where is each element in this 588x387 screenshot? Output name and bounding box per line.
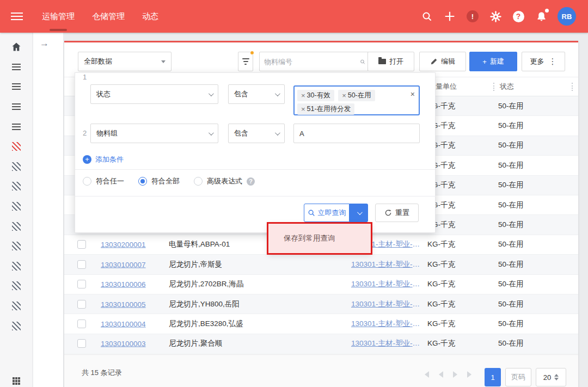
divider [75,196,436,196]
home-icon[interactable] [0,37,32,57]
material-category-link[interactable]: 130301-主材-塑业-P... [351,279,422,289]
material-id-link[interactable]: 13030100007 [101,260,146,268]
column-header-status[interactable]: 状态 [500,77,514,96]
column-resize-handle[interactable] [572,83,573,91]
remove-tag-icon[interactable]: × [301,91,305,100]
view-filter-select[interactable]: 全部数据 [78,52,171,71]
radio-circle [194,177,203,186]
remove-tag-icon[interactable]: × [342,91,346,100]
module-icon[interactable] [0,196,32,217]
table-row[interactable]: 13030100005 尼龙切片,YH800,岳阳 130301-主材-塑业-P… [64,294,578,314]
material-category-link[interactable]: 130301-主材-塑业-P... [351,319,422,329]
page-number-input[interactable]: 页码 [505,368,531,386]
nav-warehouse-management[interactable]: 仓储管理 [92,1,125,33]
reset-button[interactable]: 重置 [375,204,419,222]
filter-active-dot [250,51,254,55]
condition-operator-select[interactable]: 包含 [228,124,285,143]
search-input[interactable] [264,58,360,66]
search-field [259,52,370,71]
radio-advanced-expression[interactable]: 高级表达式 [194,176,242,186]
last-page-icon[interactable] [467,371,471,378]
material-id-link[interactable]: 13030100003 [101,340,146,348]
hamburger-menu-icon[interactable] [11,13,23,20]
material-status: 50-在用 [498,161,524,170]
query-dropdown-button[interactable] [350,204,368,222]
material-id-link[interactable]: 13030100006 [101,280,146,288]
next-page-icon[interactable] [453,371,457,378]
column-header-unit[interactable]: 量单位 [436,77,457,96]
open-button[interactable]: 打开 [367,52,414,71]
module-icon[interactable] [0,157,32,177]
notifications-bell-icon[interactable] [535,10,548,23]
search-icon[interactable] [360,57,365,66]
menu-list-icon[interactable] [0,116,32,137]
module-icon[interactable] [0,176,32,196]
material-status: 50-在用 [498,200,524,210]
first-page-icon[interactable] [425,371,429,378]
row-checkbox[interactable] [77,300,86,309]
nav-dynamics[interactable]: 动态 [142,1,158,33]
apps-grid-icon[interactable] [13,377,15,379]
reset-button-label: 重置 [395,208,409,218]
create-button[interactable]: + 新建 [469,52,517,71]
prev-page-icon[interactable] [439,371,443,378]
module-icon[interactable] [0,276,32,296]
help-icon[interactable]: ? [512,10,525,23]
column-resize-handle[interactable] [493,83,494,91]
edit-button[interactable]: 编辑 [419,52,466,71]
material-id-link[interactable]: 13030100005 [101,300,146,308]
module-icon[interactable] [0,236,32,256]
more-button[interactable]: 更多 ⋮ [522,52,565,71]
help-badge-icon[interactable]: ? [247,177,255,186]
plus-icon: + [482,58,487,66]
alert-icon[interactable]: ! [466,10,479,23]
condition-value-multiselect[interactable]: × 30-有效 × 50-在用 × 51-在用待分发 × [293,85,420,115]
row-checkbox[interactable] [77,320,86,328]
search-icon[interactable] [420,10,433,23]
query-button-label: 立即查询 [318,208,346,218]
module-icon[interactable] [0,296,32,316]
condition-field-select[interactable]: 状态 [90,84,218,104]
module-icon[interactable] [0,256,32,277]
condition-value-input[interactable] [293,124,420,143]
menu-list-icon[interactable] [0,97,32,117]
table-row[interactable]: 13030100004 尼龙切片,BE3280,弘盛 130301-主材-塑业-… [64,314,578,334]
clear-values-icon[interactable]: × [411,90,415,98]
chevron-down-icon [357,210,362,215]
material-category-link[interactable]: 130301-主材-塑业-P... [351,260,422,269]
save-to-common-queries-item[interactable]: 保存到常用查询 [268,234,335,243]
top-navbar: 运输管理 仓储管理 动态 ! [0,0,588,33]
row-checkbox[interactable] [77,280,86,288]
settings-gear-icon[interactable] [489,10,502,23]
material-category-link[interactable]: 130301-主材-塑业-P... [351,299,422,309]
query-now-button[interactable]: 立即查询 [304,204,350,222]
material-desc: 尼龙切片,帝斯曼 [169,260,222,269]
add-icon[interactable] [443,10,456,23]
module-icon[interactable] [0,316,32,336]
expand-arrow-icon[interactable]: → [40,38,49,49]
material-category-link[interactable]: 130301-主材-塑业-P... [351,339,422,348]
row-checkbox[interactable] [77,240,86,249]
condition-operator-select[interactable]: 包含 [228,84,285,104]
table-row[interactable]: 13030100006 尼龙切片,2702BR,海晶 130301-主材-塑业-… [64,275,578,294]
nav-transport-management[interactable]: 运输管理 [42,1,75,33]
menu-list-icon[interactable] [0,77,32,97]
current-page-button[interactable]: 1 [485,368,501,386]
user-avatar[interactable]: RB [558,7,576,26]
module-icon-active[interactable] [0,137,32,157]
table-row[interactable]: 13030100007 尼龙切片,帝斯曼 130301-主材-塑业-P... K… [64,255,578,274]
table-row[interactable]: 13030100003 尼龙切片,聚合顺 130301-主材-塑业-P... K… [64,334,578,354]
advanced-filter-button[interactable] [238,52,253,71]
page-size-select[interactable]: 20 [536,368,566,386]
module-icon[interactable] [0,216,32,236]
row-checkbox[interactable] [77,339,86,348]
row-checkbox[interactable] [77,260,86,269]
radio-match-all[interactable]: 符合全部 [138,176,180,186]
material-id-link[interactable]: 13030100004 [101,320,146,328]
remove-tag-icon[interactable]: × [301,105,305,113]
material-id-link[interactable]: 13030200001 [101,241,146,249]
radio-match-any[interactable]: 符合任一 [83,176,124,186]
menu-list-icon[interactable] [0,57,32,77]
add-condition-button[interactable]: + 添加条件 [83,155,124,164]
condition-field-select[interactable]: 物料组 [90,124,218,143]
